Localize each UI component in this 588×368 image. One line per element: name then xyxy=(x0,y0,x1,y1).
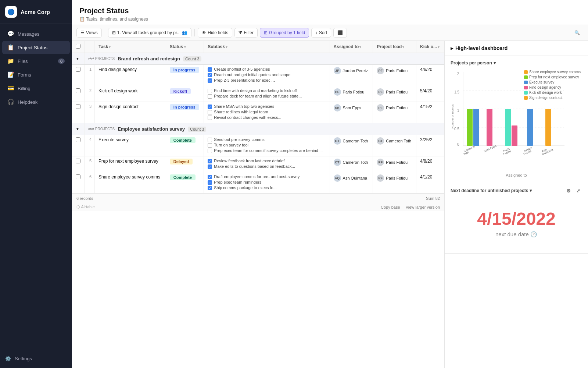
subtask-checkbox[interactable] xyxy=(208,175,212,179)
table-row: 1 Find design agency In progress Create … xyxy=(72,65,444,86)
col-kickoff[interactable]: Kick o...▾ xyxy=(416,41,444,53)
chart-button[interactable]: ⬛ xyxy=(333,28,347,38)
view-selector-button[interactable]: ⊞ 1. View all tasks grouped by pr... 👥 xyxy=(108,28,192,38)
avatar: AQ xyxy=(334,174,341,182)
lead-avatar: PF xyxy=(377,174,384,182)
legend-label: Execute survey xyxy=(529,80,554,84)
table-row: 2 Kick off design work Kickoff Find time… xyxy=(72,86,444,102)
sort-button[interactable]: ↕ Sort xyxy=(311,28,331,38)
subtask-text: Prep exec team for comms if survey compl… xyxy=(214,148,323,153)
legend-label: Sign design contract xyxy=(529,96,563,100)
group-chevron[interactable]: ▼ xyxy=(76,127,79,131)
assigned-name: Ash Quintana xyxy=(343,176,368,180)
legend-color xyxy=(524,91,528,95)
row-checkbox[interactable] xyxy=(76,159,80,163)
row-checkbox[interactable] xyxy=(76,174,80,179)
group-icon: ⊞ xyxy=(264,30,268,35)
subtask-checkbox[interactable] xyxy=(208,110,212,114)
legend-item: Sign design contract xyxy=(524,96,581,100)
group-count-badge: Count 3 xyxy=(183,56,202,61)
chevron-down-icon-2[interactable]: ▾ xyxy=(530,188,532,193)
subtask-cell: Find time with design and marketing to k… xyxy=(204,86,330,102)
settings-icon: ⚙️ xyxy=(5,356,11,361)
search-button[interactable]: 🔍 xyxy=(571,28,584,37)
row-checkbox[interactable] xyxy=(76,137,80,142)
subtask-checkbox[interactable] xyxy=(208,186,212,190)
row-number-cell: 4 xyxy=(85,135,95,156)
subtask-checkbox[interactable] xyxy=(208,138,212,142)
panel-collapse-icon[interactable]: ▸ xyxy=(451,45,453,51)
deadline-label: next due date 🕐 xyxy=(456,231,576,238)
sidebar-item-messages[interactable]: 💬 Messages xyxy=(2,27,70,40)
avatar: SE xyxy=(334,104,341,112)
kickoff-cell: 4/15/2 xyxy=(416,102,444,123)
settings-item[interactable]: ⚙️ Settings xyxy=(5,354,67,364)
sidebar-item-forms[interactable]: 📝 Forms xyxy=(2,68,70,81)
footer-links: Copy base View larger version xyxy=(381,205,440,209)
sidebar-item-billing[interactable]: 💳 Billing xyxy=(2,82,70,95)
subtask-checkbox[interactable] xyxy=(208,73,212,77)
filter-button[interactable]: ⧩ Filter xyxy=(234,28,258,38)
col-assigned[interactable]: Assigned to▾ xyxy=(330,41,373,53)
sidebar-item-helpdesk[interactable]: 🎧 Helpdesk xyxy=(2,95,70,109)
group-chevron[interactable]: ▼ xyxy=(76,57,79,61)
messages-icon: 💬 xyxy=(7,31,14,37)
deadline-date: 4/15/2022 xyxy=(456,209,576,229)
table-footer: 6 records Sum 82 xyxy=(72,194,444,203)
subtask-checkbox[interactable] xyxy=(208,67,212,72)
col-subtask[interactable]: Subtask▾ xyxy=(204,41,330,53)
lead-person: PF Paris Fotiou xyxy=(377,88,412,96)
gear-icon[interactable]: ⚙ xyxy=(564,187,573,195)
date-widget: 4/15/2022 next due date 🕐 xyxy=(451,198,582,249)
subtask-checkbox[interactable] xyxy=(208,94,212,99)
svg-rect-12 xyxy=(487,109,492,146)
kickoff-cell: 4/1/20 xyxy=(416,172,444,194)
expand-icon[interactable]: ⤢ xyxy=(574,187,582,195)
select-all-checkbox[interactable] xyxy=(76,44,80,49)
sidebar-item-files[interactable]: 📁 Files 8 xyxy=(2,54,70,68)
lead-name: Paris Fotiou xyxy=(386,176,408,180)
sidebar-item-project-status[interactable]: 📋 Project Status xyxy=(2,41,70,54)
table-body: ▼ ⇄⇄ PROJECTS Brand refresh and redesign… xyxy=(72,53,444,194)
subtask-checkbox[interactable] xyxy=(208,143,212,148)
hide-fields-button[interactable]: 👁 Hide fields xyxy=(198,28,232,38)
right-panel: ▸ High-level dashboard Projects per pers… xyxy=(445,41,588,368)
svg-text:Number of records: Number of records xyxy=(451,104,454,128)
svg-rect-13 xyxy=(505,109,511,146)
chart-section: Projects per person ▾ 2 1.5 1 0.5 0 xyxy=(445,56,588,182)
legend-color xyxy=(524,70,528,74)
col-task[interactable]: Task▾ xyxy=(95,41,166,53)
subtask-text: Share MSA with top two agencies xyxy=(214,104,274,109)
sidebar-item-label: Helpdesk xyxy=(18,99,37,105)
sidebar-footer: ⚙️ Settings xyxy=(0,349,72,368)
subtask-text: Send out pre-survey comms xyxy=(214,137,265,142)
row-number-cell: 2 xyxy=(85,86,95,102)
col-status[interactable]: Status▾ xyxy=(166,41,204,53)
row-checkbox[interactable] xyxy=(76,104,80,109)
subtask-checkbox[interactable] xyxy=(208,149,212,153)
subtask-item: Revisit contract changes with execs... xyxy=(208,115,326,120)
assigned-cell: JP Jordan Peretz xyxy=(330,65,373,86)
subtask-checkbox[interactable] xyxy=(208,180,212,185)
col-lead[interactable]: Project lead▾ xyxy=(373,41,416,53)
subtask-list: Review feedback from last exec debrief M… xyxy=(208,159,326,169)
views-button[interactable]: ☰ Views xyxy=(76,28,102,38)
group-button[interactable]: ⊞ Grouped by 1 field xyxy=(260,28,309,38)
subtask-checkbox[interactable] xyxy=(208,116,212,120)
row-checkbox[interactable] xyxy=(76,88,80,93)
group-header-row: ▼ ⇄⇄ PROJECTS Brand refresh and redesign… xyxy=(72,53,444,65)
subtask-checkbox[interactable] xyxy=(208,105,212,109)
status-badge: Kickoff xyxy=(170,88,191,94)
subtask-checkbox[interactable] xyxy=(208,78,212,83)
table-header-row: Task▾ Status▾ Subtask▾ Assigned to▾ Proj… xyxy=(72,41,444,53)
files-badge: 8 xyxy=(58,59,65,64)
row-checkbox[interactable] xyxy=(76,67,80,72)
subtask-checkbox[interactable] xyxy=(208,159,212,163)
view-larger-link[interactable]: View larger version xyxy=(406,205,440,209)
copy-base-link[interactable]: Copy base xyxy=(381,205,400,209)
subtask-text: Prep exec team reminders xyxy=(214,180,261,184)
subtask-checkbox[interactable] xyxy=(208,164,212,169)
subtask-checkbox[interactable] xyxy=(208,89,212,93)
svg-rect-15 xyxy=(527,109,533,146)
chevron-down-icon[interactable]: ▾ xyxy=(494,60,496,66)
